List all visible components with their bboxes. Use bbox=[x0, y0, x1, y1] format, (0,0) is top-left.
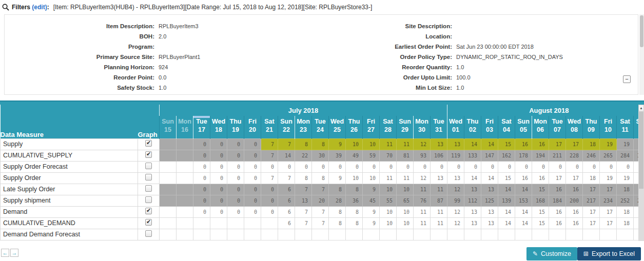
graph-checkbox[interactable] bbox=[145, 185, 152, 192]
table-scrollbar-thumb[interactable] bbox=[639, 112, 643, 189]
field-label: Planning Horizon: bbox=[66, 64, 154, 70]
value-cell: 7 bbox=[295, 184, 312, 195]
value-cell: 10 bbox=[346, 138, 363, 150]
value-cell: 65 bbox=[397, 195, 414, 206]
value-cell: 7 bbox=[312, 184, 329, 195]
panel-field-right-2: Earliest Order Point:Sat Jun 23 00:00:00… bbox=[364, 42, 563, 52]
value-cell: 0 bbox=[210, 172, 227, 184]
value-cell: 0 bbox=[244, 195, 261, 206]
value-cell: 252 bbox=[617, 195, 634, 206]
value-cell: 0 bbox=[210, 195, 227, 206]
value-cell: 133 bbox=[464, 150, 481, 161]
value-cell: 8 bbox=[312, 138, 329, 150]
page-next-button[interactable]: → bbox=[10, 249, 18, 257]
value-cell: 10 bbox=[380, 206, 397, 217]
graph-checkbox[interactable] bbox=[145, 174, 152, 180]
day-header-tue-24: Tue24 bbox=[312, 116, 329, 138]
graph-cell bbox=[138, 184, 160, 195]
value-cell: 119 bbox=[447, 150, 464, 161]
graph-cell bbox=[138, 206, 160, 217]
value-cell bbox=[193, 217, 210, 229]
value-cell: 0 bbox=[227, 172, 244, 184]
value-cell: 8 bbox=[295, 172, 312, 184]
value-cell: 13 bbox=[431, 172, 447, 184]
value-cell bbox=[227, 229, 244, 240]
measure-label: Late Supply Order bbox=[1, 184, 138, 195]
measure-label: Supply shipment bbox=[1, 195, 138, 206]
day-header-wed-08: Wed08 bbox=[566, 116, 583, 138]
value-cell: 6 bbox=[278, 206, 295, 217]
value-cell: 0 bbox=[193, 172, 210, 184]
value-cell: 10 bbox=[346, 172, 363, 184]
measure-label: Demand bbox=[1, 206, 138, 217]
value-cell bbox=[532, 229, 549, 240]
graph-cell bbox=[138, 150, 160, 161]
value-cell: 8 bbox=[346, 184, 363, 195]
value-cell: 200 bbox=[566, 195, 583, 206]
graph-checkbox[interactable] bbox=[145, 219, 152, 226]
value-cell: 18 bbox=[583, 138, 600, 150]
value-cell: 9 bbox=[329, 138, 346, 150]
value-cell: 13 bbox=[464, 184, 481, 195]
panel-collapse-button[interactable]: − bbox=[623, 75, 631, 83]
day-header-mon-23: Mon23 bbox=[295, 116, 312, 138]
value-cell: 9 bbox=[363, 206, 380, 217]
value-cell: 0 bbox=[363, 161, 380, 172]
value-cell: 139 bbox=[498, 195, 515, 206]
export-to-excel-button[interactable]: ⊞ Export to Excel bbox=[577, 247, 641, 260]
value-cell bbox=[278, 229, 295, 240]
value-cell: 14 bbox=[515, 206, 532, 217]
value-cell: 19 bbox=[617, 172, 634, 184]
page-prev-button[interactable]: ← bbox=[1, 249, 9, 257]
value-cell bbox=[363, 229, 380, 240]
day-header-sun-22: Sun22 bbox=[278, 116, 295, 138]
value-cell: 10 bbox=[380, 184, 397, 195]
graph-checkbox[interactable] bbox=[145, 208, 152, 214]
value-cell: 16 bbox=[566, 206, 583, 217]
value-cell: 0 bbox=[227, 184, 244, 195]
graph-checkbox[interactable] bbox=[145, 140, 152, 147]
panel-scrollbar[interactable] bbox=[639, 14, 644, 95]
value-cell: 0 bbox=[278, 161, 295, 172]
pencil-icon: ✎ bbox=[533, 250, 538, 257]
value-cell: 0 bbox=[447, 161, 464, 172]
value-cell: 13 bbox=[481, 184, 498, 195]
value-cell: 49 bbox=[346, 150, 363, 161]
value-cell: 19 bbox=[617, 138, 634, 150]
panel-scrollbar-thumb[interactable] bbox=[640, 15, 643, 47]
value-cell: 0 bbox=[261, 161, 278, 172]
value-cell: 19 bbox=[600, 138, 617, 150]
day-header-sat-04: Sat04 bbox=[498, 116, 515, 138]
customize-button[interactable]: ✎ Customize bbox=[526, 247, 577, 260]
filters-summary: [Item: RPLBuyerItem3(HUB4) - RPLBuyerIte… bbox=[53, 4, 373, 11]
field-value: DYNAMIC_ROP_STATIC_ROQ_IN_DAYS bbox=[456, 54, 563, 60]
value-cell: 7 bbox=[261, 150, 278, 161]
value-cell: 153 bbox=[515, 195, 532, 206]
panel-field-right-1: Location: bbox=[364, 31, 563, 42]
value-cell bbox=[160, 184, 177, 195]
value-cell: 0 bbox=[227, 195, 244, 206]
table-scrollbar[interactable]: ▲ bbox=[638, 105, 644, 241]
value-cell: 0 bbox=[346, 161, 363, 172]
field-label: Reorder Point: bbox=[66, 74, 154, 81]
value-cell: 28 bbox=[329, 195, 346, 206]
measure-row-5: Supply shipment0000061320283645556576879… bbox=[1, 195, 644, 206]
value-cell: 15 bbox=[498, 172, 515, 184]
graph-checkbox[interactable] bbox=[145, 163, 152, 169]
value-cell bbox=[160, 229, 177, 240]
value-cell: 70 bbox=[380, 150, 397, 161]
scroll-up-arrow[interactable]: ▲ bbox=[638, 105, 644, 111]
field-value: 924 bbox=[159, 64, 168, 70]
filters-edit-link[interactable]: (edit) bbox=[32, 4, 47, 11]
graph-checkbox[interactable] bbox=[145, 196, 152, 203]
value-cell bbox=[160, 206, 177, 217]
field-value: 0.0 bbox=[159, 74, 166, 81]
value-cell: 13 bbox=[481, 217, 498, 229]
graph-checkbox[interactable] bbox=[145, 230, 152, 237]
measure-row-1: CUMULATIVE_SUPPLY00007142230394959708193… bbox=[1, 150, 644, 161]
graph-checkbox[interactable] bbox=[145, 151, 152, 158]
value-cell: 0 bbox=[227, 161, 244, 172]
measure-label: Supply Order Forecast bbox=[1, 161, 138, 172]
value-cell: 7 bbox=[312, 217, 329, 229]
value-cell: 11 bbox=[380, 172, 397, 184]
